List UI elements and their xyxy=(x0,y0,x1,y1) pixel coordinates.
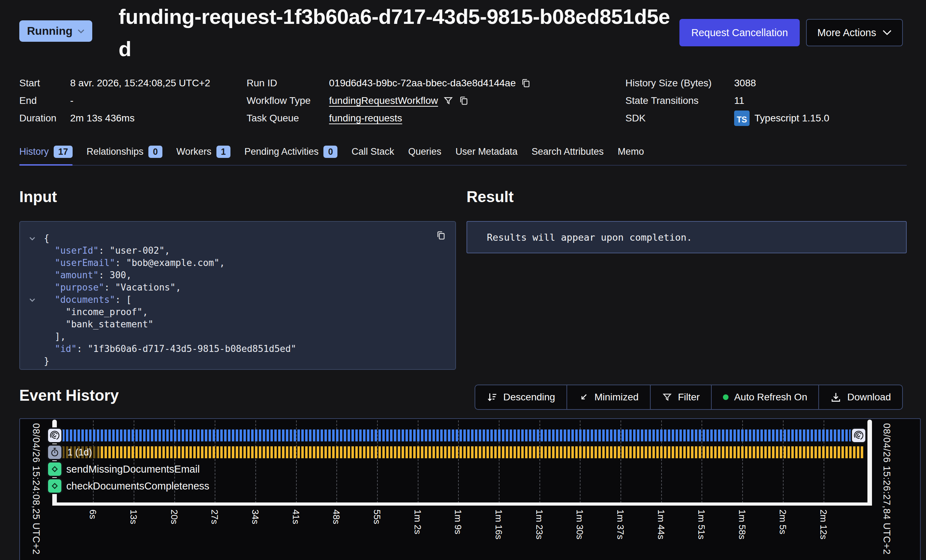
metadata-value: 3088 xyxy=(734,77,756,89)
tab-relationships[interactable]: Relationships0 xyxy=(87,145,162,165)
filter-button[interactable]: Filter xyxy=(650,385,711,409)
copy-icon[interactable] xyxy=(458,95,469,106)
metadata-column: Run ID019d6d43-b9bc-72aa-bbec-da3e8d4144… xyxy=(247,74,531,127)
timeline-tick-label: 1m 30s xyxy=(574,510,585,539)
json-code-text: { xyxy=(44,232,50,245)
activity-diamond-icon[interactable] xyxy=(47,478,63,494)
auto-refresh-on-button[interactable]: Auto Refresh On xyxy=(711,385,819,409)
tab-queries[interactable]: Queries xyxy=(408,145,442,165)
json-code-line: "amount": 300, xyxy=(29,269,445,282)
timeline-tick-label: 1m 2s xyxy=(412,510,423,534)
event-history-title: Event History xyxy=(19,387,119,404)
tab-label: Search Attributes xyxy=(531,146,604,157)
metadata-label: End xyxy=(19,95,70,106)
tab-count-badge: 0 xyxy=(324,145,337,158)
timeline-tick-label: 1m 44s xyxy=(655,510,666,539)
typescript-sdk-icon: TS xyxy=(734,110,750,126)
input-section: Input {"userId": "user-002","userEmail":… xyxy=(19,188,456,370)
download-button[interactable]: Download xyxy=(818,385,902,409)
code-gutter xyxy=(29,282,44,294)
workflow-spiral-icon[interactable] xyxy=(47,427,63,443)
tab-count-badge: 17 xyxy=(54,145,73,158)
json-code-text: "income_proof", xyxy=(44,306,148,318)
minimize-icon xyxy=(578,392,589,403)
descending-button[interactable]: Descending xyxy=(475,385,566,409)
json-code-line: "userId": "user-002", xyxy=(29,245,445,257)
code-gutter xyxy=(29,355,44,367)
json-code-line: "userEmail": "bob@example.com", xyxy=(29,257,445,269)
timeline-end-timestamp: 08/04/26 15:26:27,84 UTC+2 xyxy=(881,423,892,555)
result-panel: Results will appear upon completion. xyxy=(466,221,907,253)
filter-icon[interactable] xyxy=(443,95,454,106)
metadata-row: Duration2m 13s 436ms xyxy=(19,109,210,127)
timeline-tick-label: 13s xyxy=(128,510,139,524)
json-code-text: "bank_statement" xyxy=(44,318,153,330)
workflow-metadata: Start8 avr. 2026, 15:24:08,25 UTC+2End-D… xyxy=(19,74,907,134)
json-code-line: } xyxy=(29,355,445,367)
timeline-tick-label: 1m 16s xyxy=(493,510,504,539)
result-section: Result Results will appear upon completi… xyxy=(466,188,907,253)
copy-icon[interactable] xyxy=(436,230,446,242)
status-label: Running xyxy=(27,24,73,38)
stopwatch-icon[interactable] xyxy=(47,444,63,460)
copy-icon[interactable] xyxy=(520,78,531,88)
collapse-caret-icon[interactable] xyxy=(29,294,44,306)
tab-user-metadata[interactable]: User Metadata xyxy=(455,145,517,165)
collapse-caret-icon[interactable] xyxy=(29,232,44,245)
metadata-row: Task Queuefunding-requests xyxy=(247,109,531,127)
metadata-label: History Size (Bytes) xyxy=(625,77,734,89)
metadata-row: Run ID019d6d43-b9bc-72aa-bbec-da3e8d4144… xyxy=(247,74,531,92)
green-dot-icon xyxy=(723,394,729,400)
metadata-value[interactable]: fundingRequestWorkflow xyxy=(329,95,469,106)
header-actions: Request Cancellation More Actions xyxy=(679,19,903,46)
tab-memo[interactable]: Memo xyxy=(618,145,644,165)
metadata-value: - xyxy=(70,95,73,106)
timeline-start-timestamp: 08/04/26 15:24:08,25 UTC+2 xyxy=(30,423,41,555)
metadata-label: SDK xyxy=(625,113,734,124)
tab-call-stack[interactable]: Call Stack xyxy=(351,145,394,165)
tab-count-badge: 0 xyxy=(148,145,162,158)
code-gutter xyxy=(29,318,44,330)
code-gutter xyxy=(29,343,44,355)
activity-diamond-icon[interactable] xyxy=(47,461,63,477)
tab-search-attributes[interactable]: Search Attributes xyxy=(531,145,604,165)
tab-workers[interactable]: Workers1 xyxy=(176,145,230,165)
metadata-row: SDKTSTypescript 1.15.0 xyxy=(625,109,829,127)
workflow-spiral-icon[interactable] xyxy=(850,427,867,443)
tab-pending-activities[interactable]: Pending Activities0 xyxy=(245,145,338,165)
timeline-range-end-handle[interactable] xyxy=(867,420,872,506)
json-code-text: "purpose": "Vacations", xyxy=(44,282,181,294)
metadata-row: State Transitions11 xyxy=(625,92,829,109)
timer-bar[interactable]: 1 (1d) xyxy=(58,446,865,458)
tab-bar: History17Relationships0Workers1Pending A… xyxy=(19,145,907,166)
request-cancellation-button[interactable]: Request Cancellation xyxy=(679,19,800,46)
status-badge[interactable]: Running xyxy=(19,20,92,42)
result-placeholder-text: Results will appear upon completion. xyxy=(487,232,692,243)
metadata-value[interactable]: funding-requests xyxy=(329,113,402,124)
metadata-column: Start8 avr. 2026, 15:24:08,25 UTC+2End-D… xyxy=(19,74,210,127)
timeline-tick-label: 48s xyxy=(331,510,342,524)
tab-history[interactable]: History17 xyxy=(19,145,73,165)
timeline-tick-label: 34s xyxy=(250,510,260,524)
json-code-line: "id": "1f3b60a6-d717-43d5-9815-b08ed851d… xyxy=(29,343,445,355)
input-section-title: Input xyxy=(19,188,456,206)
activity-name-label[interactable]: checkDocumentsCompleteness xyxy=(66,478,209,494)
minimized-button[interactable]: Minimized xyxy=(566,385,650,409)
metadata-value: 2m 13s 436ms xyxy=(70,113,135,124)
json-code-line: { xyxy=(29,232,445,245)
activity-name-label[interactable]: sendMissingDocumentsEmail xyxy=(66,461,200,477)
workflow-execution-bar[interactable] xyxy=(58,430,858,441)
workflow-detail-page: Running funding-request-1f3b60a6-d717-43… xyxy=(0,0,926,560)
json-code-text: "amount": 300, xyxy=(44,269,132,282)
timeline-tick-label: 2m 5s xyxy=(777,510,788,534)
filter-icon xyxy=(662,392,672,403)
metadata-label: Start xyxy=(19,77,70,89)
page-title: funding-request-1f3b60a6-d717-43d5-9815-… xyxy=(118,1,673,65)
button-label: Minimized xyxy=(595,392,639,403)
json-code-text: "userId": "user-002", xyxy=(44,245,170,257)
event-history-timeline: 6s13s20s27s34s41s48s55s1m 2s1m 9s1m 16s1… xyxy=(19,418,921,560)
more-actions-button[interactable]: More Actions xyxy=(806,19,903,46)
timeline-tick-label: 1m 23s xyxy=(534,510,545,539)
result-section-title: Result xyxy=(466,188,907,206)
metadata-row: Workflow TypefundingRequestWorkflow xyxy=(247,92,531,109)
